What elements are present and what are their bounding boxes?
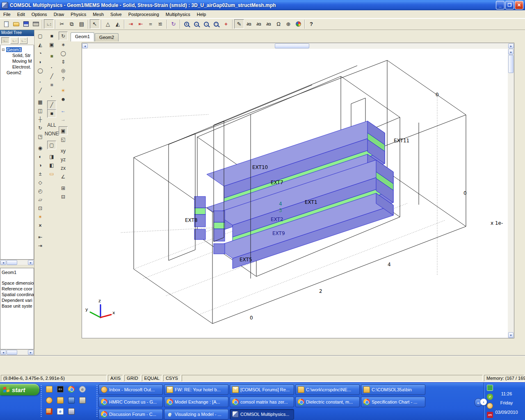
menu-item[interactable]: Solve — [107, 11, 125, 18]
ql-folder-red-icon[interactable] — [46, 408, 52, 415]
task-chrome-spec-chart[interactable]: Specification Chart - ... — [361, 397, 425, 407]
view-iso-button[interactable]: ▣ — [59, 126, 68, 135]
decrease-geom-button[interactable]: ⊟ — [59, 192, 68, 201]
menu-item[interactable]: Edit — [14, 11, 28, 18]
center-view-button[interactable]: ⇕ — [59, 57, 68, 66]
scroll-thumb[interactable] — [508, 55, 514, 73]
menu-item[interactable]: Multiphysics — [162, 11, 194, 18]
add-subtract-button[interactable]: ± — [36, 169, 45, 178]
select-domain-adj-button[interactable]: ▣ — [47, 40, 56, 49]
exit-geometry-button[interactable]: ◧ — [47, 161, 56, 169]
zoom-select-button[interactable]: ◎ — [59, 66, 68, 75]
view-forward-button[interactable]: → — [59, 115, 68, 123]
point-mode-button[interactable]: ∂Ω — [244, 19, 254, 29]
ql-printer-icon[interactable] — [79, 397, 86, 404]
cut-button[interactable]: ✂ — [57, 19, 67, 29]
measure-button[interactable]: ▭ — [47, 169, 56, 178]
properties-hscrollbar[interactable]: ◂ ▸ — [0, 349, 34, 355]
rotate-view-button[interactable]: ↻ — [59, 32, 68, 40]
selection-frame-button[interactable]: ▢ — [47, 141, 56, 149]
ql-e-gray-icon[interactable]: e — [79, 386, 86, 393]
new-button[interactable] — [1, 19, 11, 29]
minimize-button[interactable]: _ — [496, 1, 504, 9]
tree-item-solid-stress-strain[interactable]: Solid, Str — [1, 52, 33, 58]
canvas-hscrollbar[interactable]: ◂ ▸ — [82, 43, 514, 49]
rotate-button[interactable]: ↻ — [36, 123, 45, 132]
rotate-3d-button[interactable]: ↻ — [169, 19, 178, 29]
select-none-button[interactable]: NONE — [47, 129, 56, 138]
zoom-window-button[interactable]: ▫ — [201, 19, 211, 29]
ql-shared-folder-icon[interactable] — [46, 386, 52, 393]
chamfer-button[interactable]: ◇ — [36, 178, 45, 187]
menu-item[interactable]: Draw — [50, 11, 68, 18]
pan-button[interactable]: + — [221, 19, 231, 29]
task-chrome-dielectric[interactable]: Dielectric constant, m... — [295, 397, 360, 407]
view-yz-button[interactable]: yz — [59, 155, 68, 164]
zoom-in-button[interactable]: + — [182, 19, 192, 29]
scale-button[interactable]: ◳ — [36, 132, 45, 141]
view-axonometric-button[interactable]: ∠ — [59, 172, 68, 181]
task-comsol-app[interactable]: COMSOL Multiphysics... — [230, 409, 294, 420]
scroll-left-icon[interactable]: ◂ — [0, 350, 6, 355]
pan-view-button[interactable]: ∗ — [59, 40, 68, 49]
status-toggle[interactable]: EQUAL — [142, 375, 162, 381]
draw-ellipsoid-button[interactable]: ◗ — [36, 57, 45, 66]
union-button[interactable]: ◉ — [36, 144, 45, 152]
subdomain-mode-button[interactable]: Ω — [274, 19, 283, 29]
mirror-button[interactable]: ◫ — [36, 106, 45, 115]
select-pointer-button[interactable]: ↖ — [90, 19, 100, 29]
edge-mode-button[interactable]: ∂Ω — [254, 19, 264, 29]
ql-folder-icon[interactable] — [57, 397, 64, 404]
scroll-left-icon[interactable]: ◂ — [0, 260, 6, 265]
model-tree-hscrollbar[interactable]: ◂ ▸ — [0, 260, 34, 265]
zoom-extents-button[interactable]: □ — [211, 19, 221, 29]
select-all-button[interactable]: ALL — [47, 121, 56, 129]
tree-view-detail-button[interactable]: ∟: — [10, 37, 18, 44]
task-ie-visualizing[interactable]: eVisualizing a Model - ... — [164, 409, 228, 420]
delete-button[interactable]: × — [36, 221, 45, 230]
tree-view-compact-button[interactable]: ∟. — [1, 37, 9, 44]
tray-chevron-icon[interactable]: ‹ — [480, 399, 487, 405]
task-inbox-outlook[interactable]: Inbox - Microsoft Out... — [98, 384, 163, 395]
boundary-settings-button[interactable]: = — [146, 19, 155, 29]
increase-geom-button[interactable]: ⊞ — [59, 184, 68, 192]
view-back-button[interactable]: ← — [59, 106, 68, 115]
menu-item[interactable]: Options — [28, 11, 50, 18]
tab-geom2[interactable]: Geom2 — [95, 33, 119, 41]
vertex-mode-button[interactable]: · — [47, 63, 56, 72]
ql-media-ic[interactable] — [68, 397, 75, 404]
edge-mode-strip-button[interactable]: ╱ — [47, 72, 56, 80]
view-zx-button[interactable]: zx — [59, 164, 68, 172]
task-mail-hotel[interactable]: FW: RE: Your hotel b... — [164, 384, 228, 395]
scene-light-button[interactable]: ☀ — [59, 86, 68, 95]
embed-button[interactable]: ⊡ — [36, 204, 45, 212]
menu-item[interactable]: Postprocessing — [125, 11, 162, 18]
enter-geometry-button[interactable]: ◨ — [47, 152, 56, 161]
draw-line-button[interactable]: ╱ — [36, 86, 45, 95]
status-toggle[interactable]: GRID — [124, 375, 141, 381]
restore-button[interactable]: ❐ — [505, 1, 514, 9]
task-folder-comsol-bin[interactable]: C:\COMSOL35a\bin — [361, 384, 425, 395]
tree-item-geom2[interactable]: Geom2 — [1, 70, 33, 75]
vertex-select-button[interactable]: · — [47, 92, 56, 100]
mesh-refine-button[interactable]: ◭ — [113, 19, 123, 29]
help-button[interactable]: ? — [306, 19, 316, 29]
ql-outlook-icon[interactable] — [46, 397, 52, 404]
scroll-thumb[interactable] — [275, 43, 309, 48]
point-constraint-button[interactable]: ⇥ — [126, 19, 136, 29]
ql-command-prompt-icon[interactable]: C:\ — [57, 386, 64, 393]
canvas-vscrollbar[interactable]: ▴ ▾ — [508, 49, 514, 338]
scroll-down-icon[interactable]: ▾ — [508, 332, 514, 338]
draw-mode-button[interactable]: ✎ — [234, 19, 244, 29]
mesh-initialize-button[interactable]: △ — [103, 19, 113, 29]
select-domain-button[interactable]: ■ — [47, 32, 56, 40]
menu-item[interactable]: Help — [194, 11, 210, 18]
scroll-right-icon[interactable]: ▸ — [28, 260, 34, 265]
view-perspective-button[interactable]: ◱ — [59, 135, 68, 144]
status-toggle[interactable]: AXIS — [108, 375, 123, 381]
scroll-right-icon[interactable]: ▸ — [508, 43, 514, 48]
task-chrome-hmrc[interactable]: HMRC Contact us - G... — [98, 397, 163, 407]
split-button[interactable]: ◴ — [36, 187, 45, 195]
menu-item[interactable]: Physics — [67, 11, 89, 18]
save-button[interactable] — [21, 19, 31, 29]
